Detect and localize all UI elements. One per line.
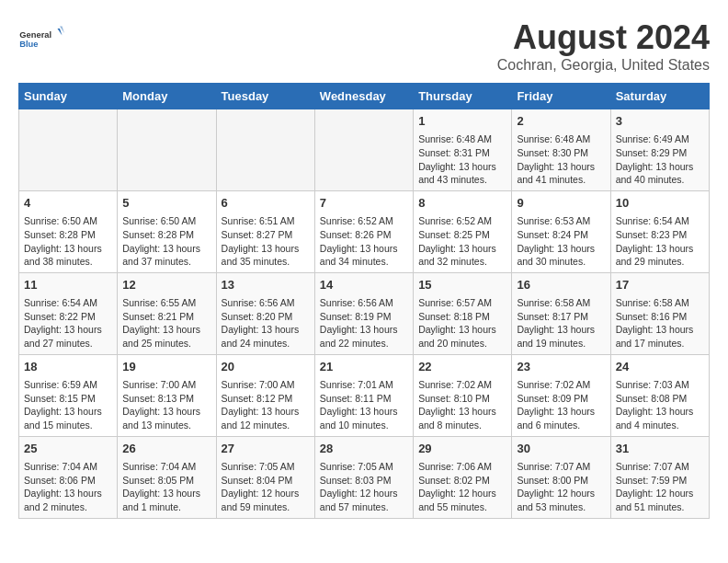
calendar-cell: 9 Sunrise: 6:53 AM Sunset: 8:24 PM Dayli… xyxy=(512,190,610,272)
cell-content: Sunrise: 6:57 AM Sunset: 8:18 PM Dayligh… xyxy=(418,296,506,350)
cell-content: Sunrise: 6:59 AM Sunset: 8:15 PM Dayligh… xyxy=(24,378,112,432)
calendar-week-row: 25 Sunrise: 7:04 AM Sunset: 8:06 PM Dayl… xyxy=(19,436,710,518)
sunset-text: Sunset: 8:23 PM xyxy=(616,229,688,240)
cell-content: Sunrise: 6:50 AM Sunset: 8:28 PM Dayligh… xyxy=(122,214,210,269)
cell-content: Sunrise: 7:00 AM Sunset: 8:13 PM Dayligh… xyxy=(122,378,210,432)
cell-content: Sunrise: 6:50 AM Sunset: 8:28 PM Dayligh… xyxy=(24,214,112,269)
calendar-cell: 23 Sunrise: 7:02 AM Sunset: 8:09 PM Dayl… xyxy=(512,354,610,436)
sunrise-text: Sunrise: 6:51 AM xyxy=(222,215,295,226)
daylight-text: Daylight: 13 hours and 38 minutes. xyxy=(24,243,102,268)
sunrise-text: Sunrise: 7:04 AM xyxy=(122,461,196,472)
daylight-text: Daylight: 13 hours and 27 minutes. xyxy=(24,324,102,349)
calendar-cell: 12 Sunrise: 6:55 AM Sunset: 8:21 PM Dayl… xyxy=(118,272,216,354)
daylight-text: Daylight: 12 hours and 59 minutes. xyxy=(222,488,300,512)
sunrise-text: Sunrise: 6:56 AM xyxy=(320,297,393,308)
sunset-text: Sunset: 8:03 PM xyxy=(320,475,392,486)
daylight-text: Daylight: 13 hours and 6 minutes. xyxy=(517,406,595,431)
sunrise-text: Sunrise: 6:50 AM xyxy=(122,215,196,226)
day-number: 22 xyxy=(418,359,506,375)
calendar-cell: 1 Sunrise: 6:48 AM Sunset: 8:31 PM Dayli… xyxy=(414,109,512,191)
sunrise-text: Sunrise: 7:00 AM xyxy=(122,379,196,390)
daylight-text: Daylight: 12 hours and 51 minutes. xyxy=(616,488,694,512)
sunset-text: Sunset: 8:28 PM xyxy=(24,229,96,240)
cell-content: Sunrise: 6:56 AM Sunset: 8:19 PM Dayligh… xyxy=(320,296,408,350)
sunrise-text: Sunrise: 6:53 AM xyxy=(517,215,590,226)
subtitle: Cochran, Georgia, United States xyxy=(497,57,710,74)
day-number: 4 xyxy=(24,195,112,212)
day-number: 8 xyxy=(418,195,506,212)
sunset-text: Sunset: 8:17 PM xyxy=(517,311,588,322)
sunset-text: Sunset: 8:18 PM xyxy=(418,311,490,322)
calendar-cell: 5 Sunrise: 6:50 AM Sunset: 8:28 PM Dayli… xyxy=(118,190,216,272)
sunset-text: Sunset: 8:08 PM xyxy=(616,393,688,404)
cell-content: Sunrise: 6:52 AM Sunset: 8:26 PM Dayligh… xyxy=(320,214,408,269)
sunset-text: Sunset: 8:30 PM xyxy=(517,147,588,158)
calendar-cell: 26 Sunrise: 7:04 AM Sunset: 8:05 PM Dayl… xyxy=(118,436,216,518)
daylight-text: Daylight: 13 hours and 37 minutes. xyxy=(122,243,200,268)
sunrise-text: Sunrise: 7:07 AM xyxy=(517,461,590,472)
calendar-cell: 3 Sunrise: 6:49 AM Sunset: 8:29 PM Dayli… xyxy=(610,109,709,191)
page-header: General Blue August 2024 Cochran, Georgi… xyxy=(18,18,710,74)
day-number: 7 xyxy=(320,195,408,212)
cell-content: Sunrise: 6:48 AM Sunset: 8:30 PM Dayligh… xyxy=(517,132,605,187)
weekday-header: Saturday xyxy=(610,84,709,109)
day-number: 6 xyxy=(222,195,310,212)
calendar-cell: 11 Sunrise: 6:54 AM Sunset: 8:22 PM Dayl… xyxy=(19,272,118,354)
sunset-text: Sunset: 8:28 PM xyxy=(122,229,194,240)
cell-content: Sunrise: 6:56 AM Sunset: 8:20 PM Dayligh… xyxy=(222,296,310,350)
cell-content: Sunrise: 7:00 AM Sunset: 8:12 PM Dayligh… xyxy=(222,378,310,432)
cell-content: Sunrise: 6:54 AM Sunset: 8:23 PM Dayligh… xyxy=(616,214,704,269)
sunrise-text: Sunrise: 6:55 AM xyxy=(122,297,196,308)
weekday-header: Thursday xyxy=(414,84,512,109)
cell-content: Sunrise: 7:07 AM Sunset: 8:00 PM Dayligh… xyxy=(517,460,605,514)
daylight-text: Daylight: 13 hours and 35 minutes. xyxy=(222,243,300,268)
calendar-table: SundayMondayTuesdayWednesdayThursdayFrid… xyxy=(18,83,710,519)
calendar-cell: 7 Sunrise: 6:52 AM Sunset: 8:26 PM Dayli… xyxy=(314,190,413,272)
calendar-cell: 31 Sunrise: 7:07 AM Sunset: 7:59 PM Dayl… xyxy=(610,436,709,518)
calendar-cell: 27 Sunrise: 7:05 AM Sunset: 8:04 PM Dayl… xyxy=(216,436,314,518)
calendar-cell: 6 Sunrise: 6:51 AM Sunset: 8:27 PM Dayli… xyxy=(216,190,314,272)
calendar-cell: 29 Sunrise: 7:06 AM Sunset: 8:02 PM Dayl… xyxy=(414,436,512,518)
sunrise-text: Sunrise: 7:03 AM xyxy=(616,379,689,390)
sunrise-text: Sunrise: 6:54 AM xyxy=(616,215,689,226)
sunset-text: Sunset: 8:04 PM xyxy=(222,475,293,486)
daylight-text: Daylight: 13 hours and 25 minutes. xyxy=(122,324,200,349)
calendar-cell: 8 Sunrise: 6:52 AM Sunset: 8:25 PM Dayli… xyxy=(414,190,512,272)
day-number: 15 xyxy=(418,277,506,293)
daylight-text: Daylight: 13 hours and 2 minutes. xyxy=(24,488,102,512)
day-number: 16 xyxy=(517,277,605,293)
sunset-text: Sunset: 8:16 PM xyxy=(616,311,688,322)
calendar-cell: 2 Sunrise: 6:48 AM Sunset: 8:30 PM Dayli… xyxy=(512,109,610,191)
sunrise-text: Sunrise: 6:58 AM xyxy=(517,297,590,308)
cell-content: Sunrise: 6:53 AM Sunset: 8:24 PM Dayligh… xyxy=(517,214,605,269)
calendar-cell: 21 Sunrise: 7:01 AM Sunset: 8:11 PM Dayl… xyxy=(314,354,413,436)
cell-content: Sunrise: 7:01 AM Sunset: 8:11 PM Dayligh… xyxy=(320,378,408,432)
sunset-text: Sunset: 8:15 PM xyxy=(24,393,96,404)
calendar-cell: 15 Sunrise: 6:57 AM Sunset: 8:18 PM Dayl… xyxy=(414,272,512,354)
sunset-text: Sunset: 8:10 PM xyxy=(418,393,490,404)
sunrise-text: Sunrise: 6:52 AM xyxy=(320,215,393,226)
day-number: 20 xyxy=(222,359,310,375)
sunset-text: Sunset: 8:26 PM xyxy=(320,229,392,240)
day-number: 17 xyxy=(616,277,704,293)
daylight-text: Daylight: 13 hours and 32 minutes. xyxy=(418,243,496,268)
sunset-text: Sunset: 8:12 PM xyxy=(222,393,293,404)
daylight-text: Daylight: 13 hours and 29 minutes. xyxy=(616,243,694,268)
calendar-cell: 28 Sunrise: 7:05 AM Sunset: 8:03 PM Dayl… xyxy=(314,436,413,518)
day-number: 24 xyxy=(616,359,704,375)
day-number: 2 xyxy=(517,113,605,130)
cell-content: Sunrise: 7:04 AM Sunset: 8:06 PM Dayligh… xyxy=(24,460,112,514)
sunset-text: Sunset: 8:11 PM xyxy=(320,393,392,404)
daylight-text: Daylight: 13 hours and 20 minutes. xyxy=(418,324,496,349)
weekday-header: Friday xyxy=(512,84,610,109)
calendar-cell: 25 Sunrise: 7:04 AM Sunset: 8:06 PM Dayl… xyxy=(19,436,118,518)
logo-svg: General Blue xyxy=(18,18,64,60)
weekday-header: Sunday xyxy=(19,84,118,109)
daylight-text: Daylight: 13 hours and 34 minutes. xyxy=(320,243,398,268)
sunrise-text: Sunrise: 7:01 AM xyxy=(320,379,393,390)
calendar-cell: 30 Sunrise: 7:07 AM Sunset: 8:00 PM Dayl… xyxy=(512,436,610,518)
day-number: 18 xyxy=(24,359,112,375)
sunrise-text: Sunrise: 7:02 AM xyxy=(418,379,492,390)
sunrise-text: Sunrise: 7:02 AM xyxy=(517,379,590,390)
daylight-text: Daylight: 13 hours and 40 minutes. xyxy=(616,161,694,186)
